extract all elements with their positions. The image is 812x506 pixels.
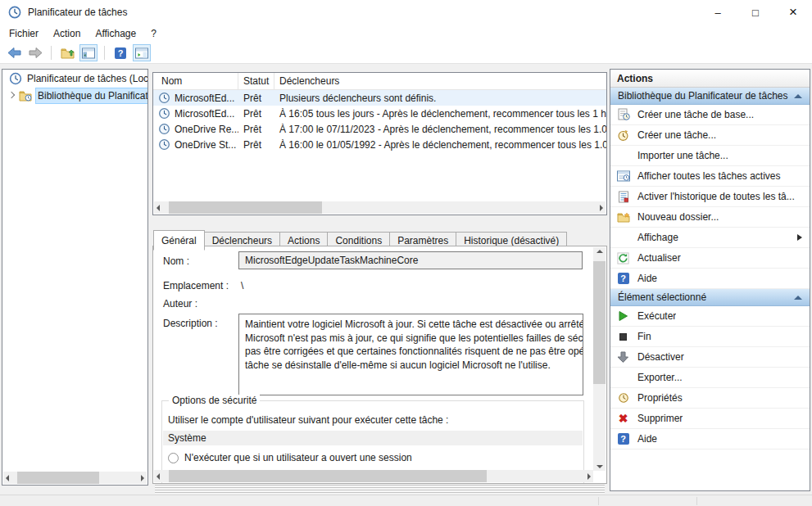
collapse-arrow-icon[interactable] [794, 296, 802, 300]
scroll-down-icon[interactable] [593, 459, 606, 471]
no-icon [616, 231, 630, 244]
actions-panel: Actions Bibliothèque du Planificateur de… [610, 69, 810, 491]
task-status: Prêt [238, 139, 274, 151]
minimize-button[interactable]: – [699, 0, 737, 25]
description-field[interactable]: Maintient votre logiciel Microsoft à jou… [238, 314, 583, 395]
task-scheduler-app-icon [8, 6, 21, 19]
back-icon[interactable] [5, 44, 23, 61]
selected-item-group-header[interactable]: Élément sélectionné [610, 289, 810, 306]
task-list-horizontal-scrollbar[interactable] [154, 201, 606, 214]
scroll-left-icon[interactable] [3, 472, 16, 484]
title-bar: Planificateur de tâches – □ × [0, 0, 812, 25]
library-group-header-label: Bibliothèque du Planificateur de tâches [618, 90, 787, 102]
library-folder-icon [19, 89, 32, 102]
collapse-arrow-icon[interactable] [794, 94, 802, 98]
console-tree-panel: Planificateur de tâches (Local Bibliothè… [2, 69, 148, 486]
scroll-up-icon[interactable] [593, 247, 606, 260]
tree-item-root[interactable]: Planificateur de tâches (Local [2, 70, 147, 87]
task-status: Prêt [238, 93, 274, 104]
column-header-statut[interactable]: Statut [238, 73, 274, 89]
action-actualiser[interactable]: Actualiser [610, 248, 810, 269]
menu-affichage[interactable]: Affichage [88, 25, 143, 42]
logged-on-only-label: N'exécuter que si un utilisateur a ouver… [184, 452, 412, 463]
action-desactiver[interactable]: Désactiver [610, 347, 810, 368]
action-create-basic-task[interactable]: Créer une tâche de base... [610, 105, 810, 125]
toolbar-separator [104, 46, 105, 60]
logged-on-only-option[interactable]: N'exécuter que si un utilisateur a ouver… [168, 452, 412, 463]
tab-general[interactable]: Général [153, 230, 205, 251]
action-show-active-tasks[interactable]: Afficher toutes les tâches actives [610, 166, 810, 187]
close-button[interactable]: × [774, 0, 812, 25]
folder-up-icon[interactable] [58, 44, 76, 61]
action-new-folder[interactable]: Nouveau dossier... [610, 207, 810, 228]
action-exporter[interactable]: Exporter... [610, 368, 810, 388]
library-group-header[interactable]: Bibliothèque du Planificateur de tâches [610, 88, 810, 105]
scrollbar-thumb[interactable] [169, 201, 322, 214]
show-hide-action-pane-icon[interactable] [133, 44, 151, 61]
forward-icon[interactable] [26, 44, 44, 61]
task-name: OneDrive Re... [175, 124, 238, 135]
menu-help[interactable]: ? [143, 25, 164, 42]
scroll-right-icon[interactable] [593, 201, 606, 214]
action-label: Afficher toutes les tâches actives [637, 170, 781, 182]
description-label: Description : [163, 318, 218, 329]
task-row[interactable]: MicrosoftEd... Prêt Plusieurs déclencheu… [153, 90, 606, 106]
task-triggers: Plusieurs déclencheurs sont définis. [274, 93, 606, 104]
scroll-right-icon[interactable] [581, 470, 593, 482]
task-row[interactable]: OneDrive Re... Prêt À 17:00 le 07/11/202… [153, 121, 606, 137]
task-clock-icon [158, 123, 171, 136]
radio-button-icon[interactable] [168, 453, 179, 463]
task-name: OneDrive St... [175, 139, 236, 151]
action-label: Actualiser [637, 252, 681, 264]
column-header-nom[interactable]: Nom [153, 73, 238, 89]
action-proprietes[interactable]: Propriétés [610, 388, 810, 409]
general-vertical-scrollbar[interactable] [593, 247, 606, 471]
action-label: Créer une tâche... [637, 129, 716, 141]
action-label: Propriétés [637, 392, 683, 404]
action-supprimer[interactable]: ✖ Supprimer [610, 409, 810, 429]
action-fin[interactable]: Fin [610, 327, 810, 347]
task-name-field[interactable]: MicrosoftEdgeUpdateTaskMachineCore [238, 251, 583, 269]
action-label: Supprimer [637, 413, 683, 424]
menu-bar: Fichier Action Affichage ? [0, 25, 812, 43]
scroll-left-icon[interactable] [154, 470, 166, 482]
action-label: Affichage [637, 232, 678, 243]
task-clock-icon [158, 138, 171, 151]
scrollbar-thumb[interactable] [17, 472, 99, 484]
scrollbar-thumb[interactable] [169, 470, 487, 482]
task-triggers: À 17:00 le 07/11/2023 - Après le déclenc… [274, 124, 606, 135]
action-affichage[interactable]: Affichage [610, 228, 810, 248]
task-name: MicrosoftEd... [175, 108, 234, 120]
scroll-left-icon[interactable] [154, 201, 166, 214]
task-status: Prêt [238, 124, 274, 135]
action-create-task[interactable]: Créer une tâche... [610, 125, 810, 146]
show-hide-console-tree-icon[interactable] [79, 44, 98, 61]
tree-item-library[interactable]: Bibliothèque du Planificat [2, 87, 147, 104]
task-row[interactable]: OneDrive St... Prêt À 16:00 le 01/05/199… [153, 137, 606, 152]
description-line: Microsoft n'est pas mis à jour, ce qui s… [245, 332, 577, 346]
maximize-button[interactable]: □ [737, 0, 774, 25]
properties-icon [616, 391, 630, 404]
action-aide-library[interactable]: ? Aide [610, 269, 810, 289]
window-controls: – □ × [699, 0, 812, 25]
create-basic-task-icon [616, 108, 630, 121]
action-aide-selected[interactable]: ? Aide [610, 429, 810, 450]
paper-stack-decoration [155, 485, 605, 494]
menu-fichier[interactable]: Fichier [2, 25, 46, 42]
general-horizontal-scrollbar[interactable] [154, 470, 593, 482]
scrollbar-thumb[interactable] [593, 261, 606, 384]
column-header-declencheurs[interactable]: Déclencheurs [274, 73, 606, 89]
chevron-right-icon[interactable] [7, 92, 16, 100]
menu-action[interactable]: Action [46, 25, 88, 42]
scroll-right-icon[interactable] [134, 472, 147, 484]
run-icon [616, 309, 630, 323]
status-divider [696, 497, 697, 505]
action-label: Importer une tâche... [637, 150, 728, 161]
action-import-task[interactable]: Importer une tâche... [610, 146, 810, 166]
clock-icon [9, 72, 22, 85]
action-enable-history[interactable]: Activer l'historique de toutes les tâ... [610, 187, 810, 207]
task-row[interactable]: MicrosoftEd... Prêt À 16:05 tous les jou… [153, 106, 606, 121]
action-executer[interactable]: Exécuter [610, 306, 810, 327]
toolbar-help-icon[interactable]: ? [111, 44, 129, 61]
tree-horizontal-scrollbar[interactable] [3, 472, 147, 484]
